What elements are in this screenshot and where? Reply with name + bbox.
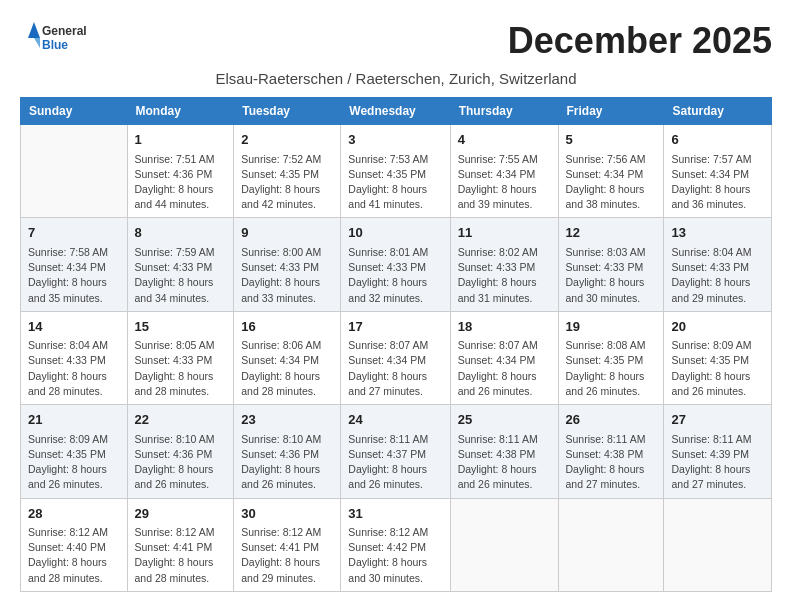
calendar-cell [450,498,558,591]
svg-marker-2 [28,22,40,38]
day-number: 11 [458,223,551,243]
sunrise-text: Sunrise: 8:01 AM [348,246,428,258]
sunrise-text: Sunrise: 8:11 AM [458,433,538,445]
svg-text:General: General [42,24,87,38]
weekday-header-sunday: Sunday [21,98,128,125]
day-info: Sunrise: 7:53 AM Sunset: 4:35 PM Dayligh… [348,152,442,213]
sunrise-text: Sunrise: 8:09 AM [28,433,108,445]
day-info: Sunrise: 7:51 AM Sunset: 4:36 PM Dayligh… [135,152,227,213]
calendar-cell: 1 Sunrise: 7:51 AM Sunset: 4:36 PM Dayli… [127,125,234,218]
daylight-text-cont: and 26 minutes. [671,385,746,397]
calendar-cell: 25 Sunrise: 8:11 AM Sunset: 4:38 PM Dayl… [450,405,558,498]
svg-marker-3 [34,38,40,48]
day-info: Sunrise: 7:52 AM Sunset: 4:35 PM Dayligh… [241,152,333,213]
sunrise-text: Sunrise: 8:09 AM [671,339,751,351]
day-number: 12 [566,223,657,243]
day-number: 3 [348,130,442,150]
daylight-text: Daylight: 8 hours [241,370,320,382]
day-number: 24 [348,410,442,430]
day-number: 4 [458,130,551,150]
daylight-text: Daylight: 8 hours [28,556,107,568]
daylight-text-cont: and 27 minutes. [671,478,746,490]
weekday-header-tuesday: Tuesday [234,98,341,125]
calendar-cell [558,498,664,591]
daylight-text-cont: and 29 minutes. [241,572,316,584]
day-info: Sunrise: 7:59 AM Sunset: 4:33 PM Dayligh… [135,245,227,306]
calendar-cell: 20 Sunrise: 8:09 AM Sunset: 4:35 PM Dayl… [664,311,772,404]
daylight-text: Daylight: 8 hours [348,556,427,568]
daylight-text-cont: and 44 minutes. [135,198,210,210]
weekday-header-wednesday: Wednesday [341,98,450,125]
sunset-text: Sunset: 4:33 PM [135,261,213,273]
day-info: Sunrise: 8:10 AM Sunset: 4:36 PM Dayligh… [135,432,227,493]
day-info: Sunrise: 7:56 AM Sunset: 4:34 PM Dayligh… [566,152,657,213]
sunset-text: Sunset: 4:33 PM [458,261,536,273]
daylight-text-cont: and 28 minutes. [28,572,103,584]
daylight-text: Daylight: 8 hours [566,183,645,195]
daylight-text-cont: and 27 minutes. [348,385,423,397]
sunset-text: Sunset: 4:35 PM [671,354,749,366]
day-info: Sunrise: 8:00 AM Sunset: 4:33 PM Dayligh… [241,245,333,306]
calendar-cell [21,125,128,218]
day-info: Sunrise: 8:11 AM Sunset: 4:38 PM Dayligh… [458,432,551,493]
daylight-text-cont: and 30 minutes. [566,292,641,304]
daylight-text-cont: and 33 minutes. [241,292,316,304]
daylight-text-cont: and 30 minutes. [348,572,423,584]
sunrise-text: Sunrise: 8:10 AM [241,433,321,445]
sunrise-text: Sunrise: 8:04 AM [671,246,751,258]
day-info: Sunrise: 8:11 AM Sunset: 4:39 PM Dayligh… [671,432,764,493]
calendar-cell: 24 Sunrise: 8:11 AM Sunset: 4:37 PM Dayl… [341,405,450,498]
daylight-text-cont: and 28 minutes. [241,385,316,397]
sunset-text: Sunset: 4:34 PM [458,168,536,180]
daylight-text: Daylight: 8 hours [135,370,214,382]
location-title: Elsau-Raeterschen / Raeterschen, Zurich,… [20,70,772,87]
day-number: 6 [671,130,764,150]
day-info: Sunrise: 7:55 AM Sunset: 4:34 PM Dayligh… [458,152,551,213]
daylight-text: Daylight: 8 hours [135,183,214,195]
sunset-text: Sunset: 4:34 PM [458,354,536,366]
calendar-cell: 21 Sunrise: 8:09 AM Sunset: 4:35 PM Dayl… [21,405,128,498]
calendar-cell: 13 Sunrise: 8:04 AM Sunset: 4:33 PM Dayl… [664,218,772,311]
day-number: 22 [135,410,227,430]
calendar-week-row: 14 Sunrise: 8:04 AM Sunset: 4:33 PM Dayl… [21,311,772,404]
sunrise-text: Sunrise: 8:07 AM [348,339,428,351]
sunrise-text: Sunrise: 8:00 AM [241,246,321,258]
sunrise-text: Sunrise: 7:56 AM [566,153,646,165]
sunset-text: Sunset: 4:33 PM [566,261,644,273]
sunset-text: Sunset: 4:42 PM [348,541,426,553]
day-number: 30 [241,504,333,524]
daylight-text-cont: and 38 minutes. [566,198,641,210]
daylight-text-cont: and 42 minutes. [241,198,316,210]
weekday-header-saturday: Saturday [664,98,772,125]
day-info: Sunrise: 8:11 AM Sunset: 4:37 PM Dayligh… [348,432,442,493]
daylight-text: Daylight: 8 hours [241,276,320,288]
day-number: 1 [135,130,227,150]
sunrise-text: Sunrise: 8:03 AM [566,246,646,258]
sunset-text: Sunset: 4:34 PM [348,354,426,366]
day-number: 10 [348,223,442,243]
daylight-text-cont: and 34 minutes. [135,292,210,304]
sunrise-text: Sunrise: 7:51 AM [135,153,215,165]
calendar-cell: 7 Sunrise: 7:58 AM Sunset: 4:34 PM Dayli… [21,218,128,311]
calendar-cell: 17 Sunrise: 8:07 AM Sunset: 4:34 PM Dayl… [341,311,450,404]
day-number: 20 [671,317,764,337]
daylight-text: Daylight: 8 hours [566,463,645,475]
weekday-header-friday: Friday [558,98,664,125]
day-number: 19 [566,317,657,337]
calendar-table: SundayMondayTuesdayWednesdayThursdayFrid… [20,97,772,592]
sunset-text: Sunset: 4:37 PM [348,448,426,460]
day-info: Sunrise: 8:09 AM Sunset: 4:35 PM Dayligh… [671,338,764,399]
day-number: 16 [241,317,333,337]
daylight-text-cont: and 26 minutes. [348,478,423,490]
sunset-text: Sunset: 4:33 PM [348,261,426,273]
calendar-week-row: 21 Sunrise: 8:09 AM Sunset: 4:35 PM Dayl… [21,405,772,498]
calendar-cell: 4 Sunrise: 7:55 AM Sunset: 4:34 PM Dayli… [450,125,558,218]
calendar-cell: 19 Sunrise: 8:08 AM Sunset: 4:35 PM Dayl… [558,311,664,404]
sunrise-text: Sunrise: 7:58 AM [28,246,108,258]
calendar-cell: 3 Sunrise: 7:53 AM Sunset: 4:35 PM Dayli… [341,125,450,218]
day-info: Sunrise: 8:05 AM Sunset: 4:33 PM Dayligh… [135,338,227,399]
day-number: 15 [135,317,227,337]
daylight-text: Daylight: 8 hours [671,276,750,288]
calendar-cell: 23 Sunrise: 8:10 AM Sunset: 4:36 PM Dayl… [234,405,341,498]
sunset-text: Sunset: 4:38 PM [458,448,536,460]
